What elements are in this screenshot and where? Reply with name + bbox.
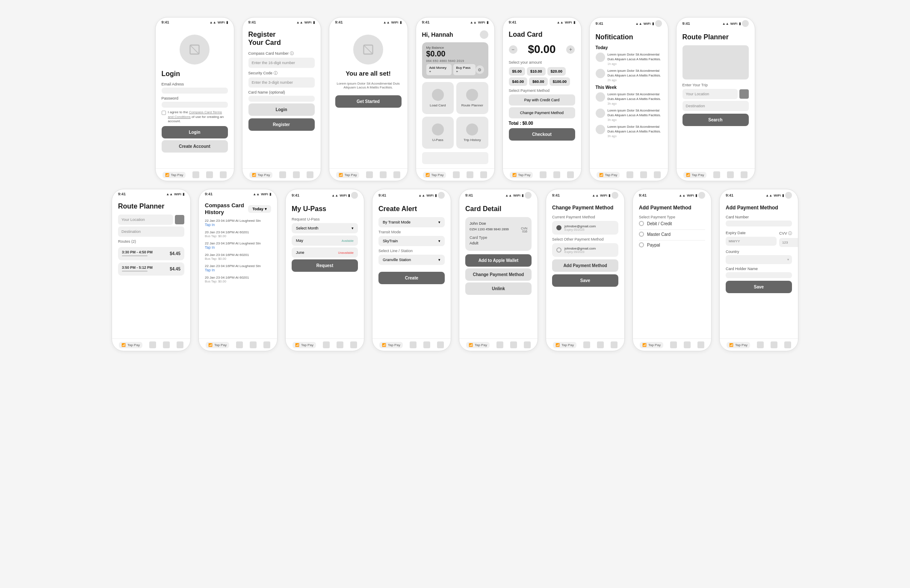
pay-credit-btn[interactable]: Pay with Credit Card bbox=[509, 94, 575, 106]
load-card-icon[interactable]: Load Card bbox=[422, 82, 454, 114]
route-item-0[interactable]: 3:30 PM - 4:50 PM $4.45 bbox=[118, 247, 184, 260]
home-nav[interactable] bbox=[323, 341, 330, 348]
checkout-btn[interactable]: Checkout bbox=[509, 128, 575, 141]
your-location-input[interactable]: Your Location bbox=[682, 89, 738, 99]
add-payment-btn[interactable]: Add Payment Method bbox=[552, 259, 618, 272]
destination-input-2[interactable]: Destination bbox=[118, 226, 184, 237]
card-nav[interactable] bbox=[380, 171, 387, 178]
menu-nav[interactable] bbox=[524, 341, 531, 348]
tap-pay-btn[interactable]: 📶 Tap Pay bbox=[292, 342, 316, 348]
menu-nav[interactable] bbox=[263, 341, 270, 348]
home-nav[interactable] bbox=[366, 171, 373, 178]
login-button-register[interactable]: Login bbox=[248, 103, 315, 116]
line-station-dropdown[interactable]: Granville Station ▾ bbox=[378, 255, 445, 265]
route-menu[interactable] bbox=[742, 20, 749, 27]
menu-nav[interactable] bbox=[567, 171, 574, 178]
tap-pay-btn[interactable]: 📶 Tap Pay bbox=[423, 172, 446, 178]
request-btn[interactable]: Request bbox=[292, 259, 358, 272]
create-account-button[interactable]: Create Account bbox=[162, 140, 228, 153]
menu-nav[interactable] bbox=[611, 341, 618, 348]
alert-menu[interactable] bbox=[438, 192, 445, 199]
save-btn-addpay2[interactable]: Save bbox=[726, 281, 792, 293]
amount-100[interactable]: $100.00 bbox=[550, 77, 570, 86]
menu-nav[interactable] bbox=[177, 341, 183, 348]
trip-history-icon[interactable]: Trip History bbox=[456, 117, 488, 149]
menu-nav[interactable] bbox=[220, 171, 227, 178]
current-payment-option[interactable]: johndoe@gmail.com Expiry 05/2025 bbox=[552, 221, 618, 235]
security-code-input[interactable]: Enter the 3-digit number bbox=[248, 77, 315, 88]
card-number-field-2[interactable] bbox=[726, 220, 792, 226]
tap-pay-btn[interactable]: 📶 Tap Pay bbox=[379, 342, 403, 348]
upass-icon[interactable]: U-Pass bbox=[422, 117, 454, 149]
cardholder-input[interactable] bbox=[726, 272, 792, 278]
home-nav[interactable] bbox=[670, 341, 677, 348]
month-may[interactable]: May Available bbox=[292, 235, 358, 246]
home-nav[interactable] bbox=[192, 171, 199, 178]
country-select[interactable]: ▾ bbox=[726, 255, 792, 264]
add-money-btn[interactable]: Add Money + bbox=[426, 64, 452, 75]
profile-circle[interactable] bbox=[480, 30, 488, 39]
debit-credit-option[interactable]: Debit / Credit bbox=[639, 221, 705, 226]
select-month-dropdown[interactable]: Select Month ▾ bbox=[292, 223, 358, 233]
settings-icon[interactable]: ⚙ bbox=[476, 65, 484, 74]
home-nav[interactable] bbox=[496, 341, 503, 348]
plus-btn[interactable]: + bbox=[566, 45, 575, 54]
transit-mode-dropdown[interactable]: SkyTrain ▾ bbox=[378, 236, 445, 246]
change-payment-btn-detail[interactable]: Change Payment Method bbox=[465, 268, 532, 281]
buy-pass-btn[interactable]: Buy Pass + bbox=[453, 64, 476, 75]
amount-20[interactable]: $20.00 bbox=[547, 67, 566, 76]
home-nav[interactable] bbox=[583, 341, 590, 348]
card-nav[interactable] bbox=[293, 171, 300, 178]
create-btn[interactable]: Create bbox=[378, 272, 445, 284]
notif-menu[interactable] bbox=[655, 20, 662, 27]
menu-nav[interactable] bbox=[437, 341, 444, 348]
card-nav[interactable] bbox=[553, 171, 560, 178]
tap-pay-btn[interactable]: 📶 Tap Pay bbox=[553, 342, 576, 348]
card-nav[interactable] bbox=[467, 171, 473, 178]
tap-pay-btn[interactable]: 📶 Tap Pay bbox=[249, 172, 273, 178]
minus-btn[interactable]: − bbox=[509, 45, 517, 54]
terms-checkbox[interactable] bbox=[162, 111, 166, 115]
unlink-btn[interactable]: Unlink bbox=[465, 282, 532, 295]
tap-pay-btn[interactable]: 📶 Tap Pay bbox=[119, 342, 142, 348]
tap-pay-btn[interactable]: 📶 Tap Pay bbox=[466, 342, 490, 348]
card-nav[interactable] bbox=[727, 171, 734, 178]
addpay2-menu[interactable] bbox=[785, 192, 792, 199]
amount-5[interactable]: $5.00 bbox=[509, 67, 526, 76]
tap-pay-btn[interactable]: 📶 Tap Pay bbox=[510, 172, 533, 178]
card-nav[interactable] bbox=[423, 341, 430, 348]
menu-nav[interactable] bbox=[480, 171, 487, 178]
menu-nav[interactable] bbox=[741, 171, 748, 178]
home-nav[interactable] bbox=[626, 171, 633, 178]
tap-pay-btn[interactable]: 📶 Tap Pay bbox=[336, 172, 360, 178]
card-nav[interactable] bbox=[163, 341, 170, 348]
swap-icon[interactable] bbox=[739, 89, 749, 99]
tap-pay-btn[interactable]: 📶 Tap Pay bbox=[640, 342, 663, 348]
card-nav[interactable] bbox=[337, 341, 343, 348]
menu-nav[interactable] bbox=[784, 341, 791, 348]
menu-nav[interactable] bbox=[654, 171, 661, 178]
expiry-input[interactable] bbox=[726, 237, 777, 246]
home-nav[interactable] bbox=[279, 171, 286, 178]
card-number-input[interactable]: Enter the 16-digit number bbox=[248, 58, 315, 68]
password-input[interactable] bbox=[162, 102, 228, 108]
get-started-button[interactable]: Get Started bbox=[335, 95, 402, 108]
home-nav[interactable] bbox=[540, 171, 547, 178]
card-nav[interactable] bbox=[640, 171, 647, 178]
menu-nav[interactable] bbox=[697, 341, 704, 348]
location-input-2[interactable]: Your Location bbox=[118, 215, 173, 225]
home-nav[interactable] bbox=[236, 341, 243, 348]
menu-nav[interactable] bbox=[307, 171, 313, 178]
upass-menu[interactable] bbox=[351, 192, 358, 199]
tap-pay-btn[interactable]: 📶 Tap Pay bbox=[727, 342, 750, 348]
menu-nav[interactable] bbox=[393, 171, 400, 178]
addpay1-menu[interactable] bbox=[698, 192, 705, 199]
month-june[interactable]: June Unavailable bbox=[292, 247, 358, 258]
destination-input[interactable]: Destination bbox=[682, 101, 749, 111]
card-nav[interactable] bbox=[597, 341, 604, 348]
amount-40[interactable]: $40.00 bbox=[509, 77, 528, 86]
home-nav[interactable] bbox=[453, 171, 460, 178]
card-name-input[interactable] bbox=[248, 96, 315, 102]
add-wallet-btn[interactable]: Add to Apple Wallet bbox=[465, 254, 532, 267]
tap-pay-btn[interactable]: 📶 Tap Pay bbox=[597, 172, 620, 178]
